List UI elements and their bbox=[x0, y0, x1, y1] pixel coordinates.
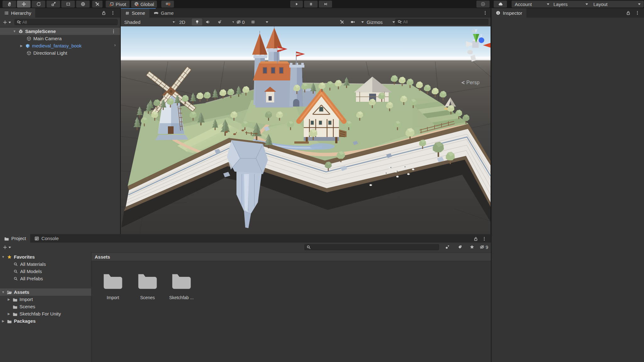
scene-options-kebab-icon[interactable] bbox=[111, 29, 116, 34]
hierarchy-row-main-camera[interactable]: Main Camera bbox=[0, 35, 120, 42]
tree-row-sketchfab[interactable]: ▶ Sketchfab For Unity bbox=[0, 310, 91, 317]
tree-row-assets[interactable]: ▼ Assets bbox=[0, 288, 91, 296]
layout-dropdown[interactable]: Layout bbox=[590, 1, 644, 8]
axis-cylinder-white[interactable] bbox=[467, 50, 473, 54]
rotate-tool-button[interactable] bbox=[32, 1, 45, 8]
pause-button[interactable] bbox=[304, 1, 318, 8]
account-dropdown[interactable]: Account bbox=[512, 1, 552, 8]
inspector-lock-button[interactable] bbox=[626, 8, 631, 18]
scene-grid-dropdown[interactable] bbox=[248, 19, 270, 25]
assets-breadcrumb[interactable]: Assets bbox=[92, 253, 491, 261]
background-tasks-button[interactable] bbox=[476, 1, 490, 8]
prefab-cube-icon bbox=[25, 43, 30, 48]
scene-audio-button[interactable] bbox=[203, 19, 213, 25]
item-label: All Materials bbox=[20, 261, 46, 267]
tree-row-all-prefabs[interactable]: All Prefabs bbox=[0, 275, 91, 282]
cloud-services-button[interactable] bbox=[494, 1, 507, 8]
gizmo-cube[interactable] bbox=[472, 41, 479, 48]
hierarchy-search-input[interactable] bbox=[14, 19, 118, 25]
favorites-filter-button[interactable] bbox=[467, 244, 477, 250]
project-menu-button[interactable] bbox=[482, 234, 486, 244]
create-dropdown-caret[interactable] bbox=[8, 22, 11, 23]
asset-folder-import[interactable] bbox=[102, 270, 124, 291]
scene-lighting-button[interactable] bbox=[192, 19, 202, 25]
hierarchy-row-samplescene[interactable]: ▼ SampleScene bbox=[0, 28, 120, 35]
hand-tool-button[interactable] bbox=[3, 1, 16, 8]
foldout-closed-icon[interactable]: ▶ bbox=[1, 319, 5, 323]
folder-icon bbox=[13, 311, 18, 316]
hierarchy-row-medieval-fantasy-book[interactable]: ▶ medieval_fantasy_book › bbox=[0, 42, 120, 49]
scene-viewport[interactable]: y z x Persp bbox=[121, 26, 491, 234]
gamepad-icon bbox=[153, 10, 159, 15]
scene-tabbar-menu-button[interactable] bbox=[483, 8, 487, 18]
search-by-type-button[interactable] bbox=[441, 244, 453, 250]
gizmos-dropdown[interactable]: Gizmos bbox=[364, 19, 398, 25]
unity-scene-icon bbox=[18, 29, 23, 34]
axis-z-label: z bbox=[480, 33, 482, 38]
hierarchy-menu-button[interactable] bbox=[111, 8, 115, 18]
tab-scene[interactable]: Scene bbox=[121, 8, 149, 18]
object-name: medieval_fantasy_book bbox=[32, 43, 82, 48]
chevron-down-icon bbox=[392, 21, 395, 23]
tree-row-scenes[interactable]: Scenes bbox=[0, 303, 91, 310]
axis-z-sphere[interactable] bbox=[479, 37, 484, 43]
create-dropdown-caret[interactable] bbox=[8, 247, 11, 248]
tab-console[interactable]: Console bbox=[30, 234, 63, 243]
pivot-toggle-button[interactable]: Pivot bbox=[106, 1, 130, 8]
tab-project[interactable]: Project bbox=[0, 234, 30, 243]
move-tool-button[interactable] bbox=[17, 1, 31, 8]
play-button[interactable] bbox=[290, 1, 303, 8]
tree-row-all-materials[interactable]: All Materials bbox=[0, 261, 91, 268]
tab-inspector[interactable]: Inspector bbox=[491, 8, 526, 18]
step-button[interactable] bbox=[319, 1, 332, 8]
rect-tool-button[interactable] bbox=[61, 1, 75, 8]
scene-toolbar: Shaded 2D 0 bbox=[121, 18, 491, 27]
shading-mode-dropdown[interactable]: Shaded bbox=[121, 19, 178, 25]
tree-row-import[interactable]: ▶ Import bbox=[0, 296, 91, 303]
tree-row-packages[interactable]: ▶ Packages bbox=[0, 317, 91, 325]
transform-tool-button[interactable] bbox=[76, 1, 90, 8]
scale-tool-button[interactable] bbox=[47, 1, 60, 8]
scene-search-input[interactable] bbox=[395, 19, 488, 25]
search-icon bbox=[16, 20, 21, 25]
tree-row-all-models[interactable]: All Models bbox=[0, 268, 91, 275]
foldout-closed-icon[interactable]: ▶ bbox=[7, 298, 11, 301]
search-by-label-button[interactable] bbox=[455, 244, 465, 250]
scene-hidden-objects-button[interactable]: 0 bbox=[234, 19, 247, 25]
type-filter-icon bbox=[445, 244, 450, 250]
pause-icon bbox=[308, 2, 314, 7]
foldout-open-icon[interactable]: ▼ bbox=[1, 255, 5, 259]
create-plus-button[interactable] bbox=[3, 20, 8, 25]
move-icon bbox=[21, 2, 26, 7]
inspector-menu-button[interactable] bbox=[635, 8, 640, 18]
project-tree: ▼ Favorites All Materials All Models All… bbox=[0, 252, 92, 362]
foldout-open-icon[interactable]: ▼ bbox=[13, 30, 16, 33]
scene-grid-icon bbox=[125, 11, 130, 15]
custom-tool-button[interactable] bbox=[92, 1, 103, 8]
hierarchy-lock-button[interactable] bbox=[101, 8, 106, 18]
foldout-closed-icon[interactable]: ▶ bbox=[19, 44, 23, 47]
inspector-panel: Inspector bbox=[491, 8, 644, 362]
scene-camera-dropdown[interactable] bbox=[348, 19, 366, 25]
project-lock-button[interactable] bbox=[473, 234, 478, 244]
foldout-open-icon[interactable]: ▼ bbox=[1, 290, 5, 294]
tree-row-favorites[interactable]: ▼ Favorites bbox=[0, 253, 91, 261]
project-hidden-count-button[interactable]: 9 bbox=[478, 244, 490, 250]
scene-panel: Scene Game Shaded 2D bbox=[121, 8, 491, 234]
tab-hierarchy[interactable]: Hierarchy bbox=[0, 8, 35, 18]
asset-folder-scenes[interactable] bbox=[136, 270, 158, 291]
asset-folder-sketchfab[interactable] bbox=[170, 270, 192, 291]
hierarchy-row-directional-light[interactable]: Directional Light bbox=[0, 49, 120, 57]
info-icon bbox=[496, 10, 501, 15]
grid-snap-button[interactable] bbox=[161, 1, 174, 8]
scene-tools-overlay-button[interactable] bbox=[338, 19, 346, 25]
hand-icon bbox=[7, 2, 12, 7]
foldout-closed-icon[interactable]: ▶ bbox=[7, 312, 11, 315]
create-plus-button[interactable] bbox=[3, 245, 8, 250]
2d-toggle-button[interactable]: 2D bbox=[177, 19, 187, 25]
layers-dropdown[interactable]: Layers bbox=[550, 1, 591, 8]
project-search-input[interactable] bbox=[304, 244, 439, 250]
prefab-open-chevron[interactable]: › bbox=[114, 42, 116, 47]
tab-game[interactable]: Game bbox=[149, 8, 178, 18]
global-toggle-button[interactable]: Global bbox=[131, 1, 157, 8]
